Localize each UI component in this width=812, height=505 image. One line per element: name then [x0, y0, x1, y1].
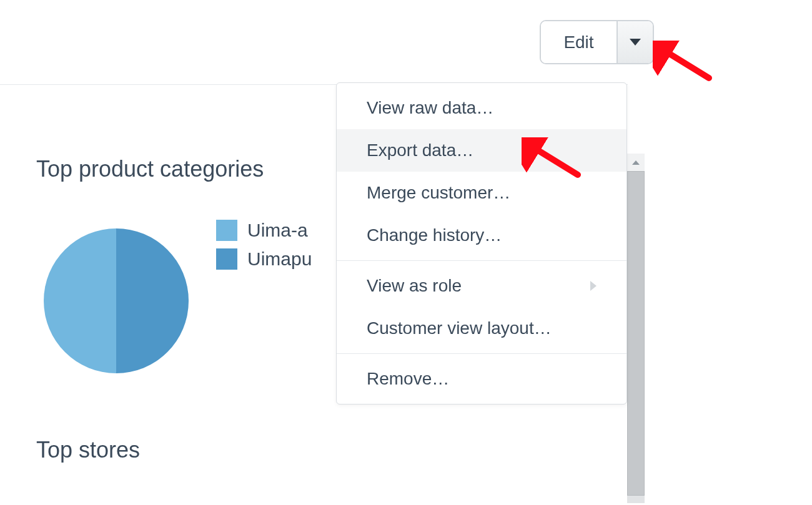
annotation-arrow-icon [653, 41, 715, 84]
legend-label: Uima-a [247, 216, 308, 245]
section-title-top-categories: Top product categories [36, 156, 264, 182]
edit-split-button: Edit [540, 20, 654, 64]
legend-item: Uimapu [216, 245, 312, 273]
menu-item-view-as-role[interactable]: View as role [337, 265, 626, 307]
menu-item-label: Remove… [367, 369, 449, 389]
menu-separator [337, 353, 626, 354]
pie-graphic [44, 228, 189, 373]
edit-dropdown-menu: View raw data… Export data… Merge custom… [336, 82, 627, 404]
menu-item-remove[interactable]: Remove… [337, 358, 626, 400]
menu-item-view-raw-data[interactable]: View raw data… [337, 87, 626, 129]
menu-item-label: Export data… [367, 140, 473, 160]
edit-button[interactable]: Edit [541, 21, 616, 63]
pie-legend: Uima-a Uimapu [216, 216, 312, 273]
menu-item-change-history[interactable]: Change history… [337, 214, 626, 257]
section-title-top-stores: Top stores [36, 437, 140, 463]
menu-item-label: Change history… [367, 225, 502, 245]
scrollbar-up-button[interactable] [627, 154, 645, 171]
legend-label: Uimapu [247, 245, 312, 273]
legend-swatch-icon [216, 248, 237, 270]
menu-item-export-data[interactable]: Export data… [337, 129, 626, 172]
scrollbar-thumb[interactable] [627, 171, 645, 496]
menu-item-merge-customer[interactable]: Merge customer… [337, 172, 626, 214]
legend-swatch-icon [216, 220, 237, 241]
legend-item: Uima-a [216, 216, 312, 245]
svg-line-1 [660, 48, 709, 78]
vertical-scrollbar[interactable] [627, 154, 645, 503]
caret-up-icon [632, 160, 640, 165]
caret-down-icon [630, 39, 641, 46]
menu-item-label: Customer view layout… [367, 318, 552, 338]
edit-dropdown-toggle[interactable] [616, 21, 653, 63]
menu-item-label: View as role [367, 276, 462, 296]
menu-item-customer-view-layout[interactable]: Customer view layout… [337, 307, 626, 350]
menu-separator [337, 260, 626, 261]
top-categories-pie-chart [44, 228, 189, 373]
submenu-caret-icon [590, 281, 597, 291]
menu-item-label: Merge customer… [367, 183, 510, 203]
menu-item-label: View raw data… [367, 98, 493, 118]
